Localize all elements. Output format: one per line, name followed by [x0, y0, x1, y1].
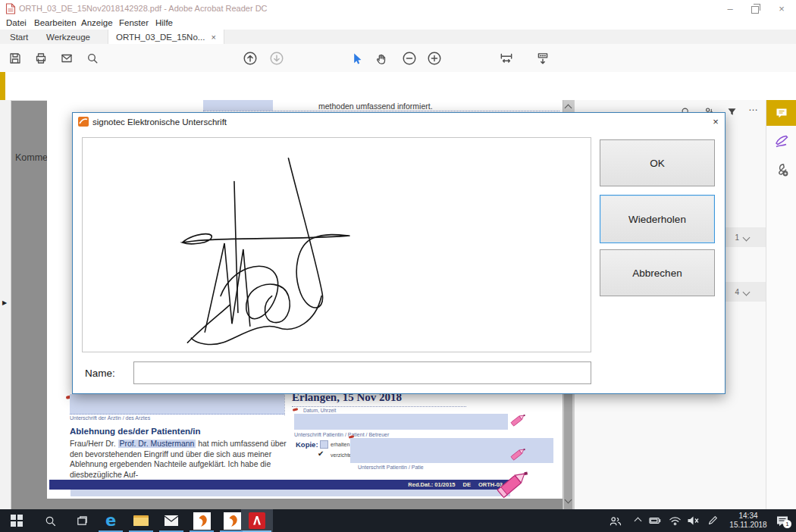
page-group-number: 4	[735, 288, 739, 296]
checkmark-icon: ✔	[318, 449, 324, 458]
menu-bar: Datei Bearbeiten Anzeige Fenster Hilfe	[0, 17, 796, 30]
tab-bar: Start Werkzeuge ORTH_03_DE_15No... ×	[0, 30, 796, 45]
patient-signature-field[interactable]	[294, 414, 508, 430]
next-page-button[interactable]	[269, 51, 284, 66]
zoom-in-icon	[427, 51, 442, 66]
ok-button[interactable]: OK	[600, 139, 715, 186]
mail-icon	[164, 515, 179, 527]
taskbar-file-explorer[interactable]	[126, 509, 156, 532]
taskbar-mail[interactable]	[156, 509, 186, 532]
fit-width-icon	[499, 51, 514, 66]
signature-marker-icon	[293, 408, 298, 411]
restore-icon	[751, 6, 759, 14]
comment-options-button[interactable]: …	[747, 100, 760, 114]
taskbar-acrobat-button[interactable]	[242, 509, 272, 532]
scrolling-mode-icon	[535, 51, 550, 66]
page-up-icon	[243, 51, 258, 66]
signature-dialog: signotec Elektronische Unterschrift × OK	[72, 112, 725, 394]
scrolling-mode-button[interactable]	[535, 51, 550, 66]
previous-page-button[interactable]	[243, 51, 258, 66]
retry-button[interactable]: Wiederholen	[600, 195, 715, 243]
comment-filter-button[interactable]	[725, 105, 738, 118]
battery-icon	[649, 516, 662, 525]
menu-hilfe[interactable]: Hilfe	[155, 18, 173, 27]
acrobat-reader-window: ORTH_03_DE_15Nov2018142928.pdf - Adobe A…	[0, 0, 796, 532]
wrench-plus-icon	[774, 162, 789, 177]
clock-time: 14:34	[724, 512, 772, 521]
copy-received-checkbox[interactable]	[320, 440, 328, 449]
taskbar-signotec-app-1[interactable]	[186, 509, 217, 532]
footer-revision: Red.Dat.: 01/2015	[408, 481, 455, 488]
tab-document[interactable]: ORTH_03_DE_15No... ×	[108, 30, 224, 44]
pdf-file-icon	[5, 3, 16, 14]
close-button[interactable]: ×	[770, 0, 793, 17]
minimize-icon: –	[727, 3, 732, 14]
task-view-button[interactable]	[67, 509, 97, 532]
tab-start[interactable]: Start	[10, 30, 28, 44]
restore-button[interactable]	[744, 0, 766, 17]
save-button[interactable]	[8, 51, 23, 66]
form-field[interactable]	[203, 100, 273, 111]
tray-volume[interactable]	[682, 509, 704, 532]
edge-icon: e	[105, 513, 116, 529]
chevron-down-icon	[743, 288, 751, 296]
action-center-button[interactable]	[770, 509, 794, 532]
dialog-title: signotec Elektronische Unterschrift	[92, 117, 227, 127]
date-caption: Datum, Uhrzeit	[303, 408, 336, 413]
signotec-app-icon	[78, 117, 89, 127]
select-tool-button[interactable]	[349, 51, 364, 66]
copy-label: Kopie:	[296, 440, 318, 449]
signature-canvas[interactable]	[82, 137, 591, 352]
form-rule	[203, 111, 559, 111]
comment-bubble-icon	[775, 106, 788, 120]
minimize-button[interactable]: –	[719, 0, 741, 17]
doctor-signature-caption: Unterschrift der Ärztin / des Arztes	[70, 415, 150, 421]
taskbar-search-button[interactable]	[35, 509, 65, 532]
ellipsis-icon: …	[748, 102, 759, 113]
menu-fenster[interactable]: Fenster	[119, 18, 149, 27]
document-workspace: ▶ methoden umfassend informiert. Untersc…	[0, 100, 796, 509]
hand-tool-button[interactable]	[374, 51, 389, 66]
menu-bearbeiten[interactable]: Bearbeiten	[34, 18, 77, 27]
rail-comment-tool[interactable]	[766, 100, 796, 126]
annotation-pencil-icon	[491, 465, 534, 503]
patient-name-field[interactable]: Prof. Dr. Mustermann	[118, 440, 196, 448]
search-button[interactable]	[85, 51, 100, 66]
pdf-footer-strip	[71, 490, 510, 496]
hand-icon	[374, 52, 388, 65]
signotec-icon	[193, 512, 211, 530]
fit-width-button[interactable]	[499, 51, 514, 66]
email-button[interactable]	[59, 51, 74, 66]
tray-pen[interactable]	[702, 509, 723, 532]
tab-werkzeuge[interactable]: Werkzeuge	[46, 30, 90, 44]
rail-fill-sign-tool[interactable]	[774, 133, 789, 149]
start-button[interactable]	[2, 509, 32, 532]
zoom-out-button[interactable]	[402, 51, 417, 66]
save-icon	[8, 52, 22, 65]
tray-people-button[interactable]	[603, 509, 626, 532]
comment-mode-accent-strip	[0, 72, 5, 100]
zoom-out-icon	[402, 51, 417, 66]
tray-battery[interactable]	[644, 509, 666, 532]
task-view-icon	[76, 515, 89, 527]
menu-datei[interactable]: Datei	[6, 18, 27, 27]
page-down-icon	[269, 51, 284, 66]
taskbar-edge[interactable]: e	[96, 509, 126, 532]
expand-pane-icon[interactable]: ▶	[2, 299, 7, 306]
signature-name-input[interactable]	[133, 361, 591, 384]
dialog-close-button[interactable]: ×	[710, 115, 722, 127]
doctor-signature-field[interactable]	[70, 394, 284, 415]
close-icon: ×	[779, 3, 785, 14]
tab-close-icon[interactable]: ×	[211, 33, 215, 42]
taskbar-clock[interactable]: 14:34 15.11.2018	[724, 512, 772, 530]
file-explorer-icon	[133, 515, 149, 526]
menu-anzeige[interactable]: Anzeige	[81, 18, 113, 27]
email-icon	[60, 52, 74, 65]
pdf-section-heading: Ablehnung des/der Patienten/in	[70, 427, 201, 436]
rail-more-tools[interactable]	[774, 162, 789, 177]
footer-language: DE	[462, 481, 470, 488]
zoom-in-button[interactable]	[427, 51, 442, 66]
cancel-button[interactable]: Abbrechen	[600, 249, 715, 296]
window-title: ORTH_03_DE_15Nov2018142928.pdf - Adobe A…	[19, 4, 268, 13]
print-button[interactable]	[33, 51, 49, 66]
